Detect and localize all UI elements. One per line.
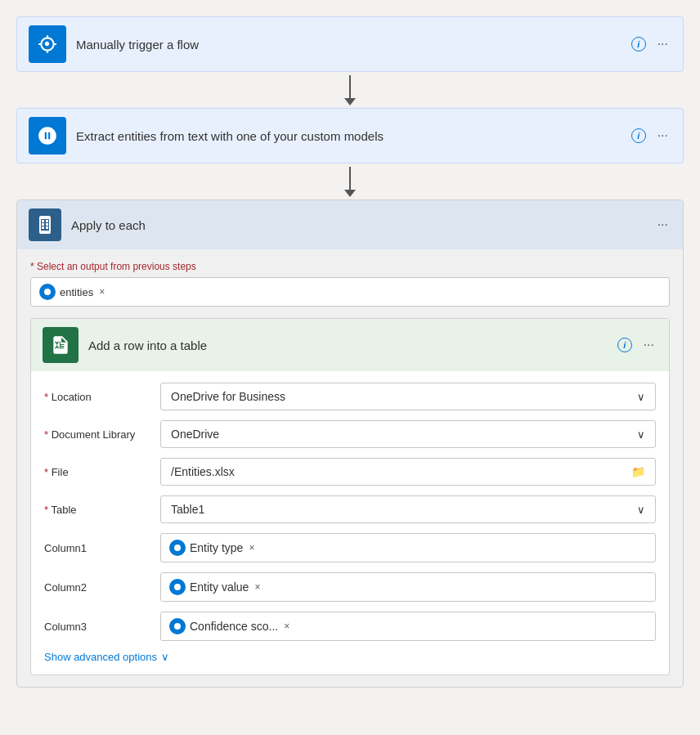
- trigger-title: Manually trigger a flow: [76, 38, 621, 52]
- column3-label: Column3: [44, 621, 150, 633]
- entities-tag-text: entities: [60, 286, 93, 298]
- column3-tag-field[interactable]: Confidence sco... ×: [160, 612, 656, 641]
- apply-each-icon: [29, 208, 61, 241]
- column3-control: Confidence sco... ×: [160, 612, 656, 641]
- svg-point-2: [174, 584, 181, 590]
- column2-tag-close[interactable]: ×: [254, 581, 260, 593]
- doc-library-row: * Document Library OneDrive ∨: [44, 420, 656, 448]
- apply-each-container: Apply to each ··· * Select an output fro…: [16, 199, 684, 688]
- table-value: Table1: [171, 503, 204, 516]
- svg-point-1: [174, 545, 181, 551]
- trigger-more-button[interactable]: ···: [654, 34, 671, 55]
- svg-point-0: [44, 289, 51, 295]
- trigger-icon: [29, 25, 66, 63]
- location-chevron-icon: ∨: [637, 391, 645, 403]
- column2-tag-icon: [169, 579, 186, 595]
- location-row: * Location OneDrive for Business ∨: [44, 383, 656, 410]
- connector-1: [344, 72, 356, 108]
- svg-point-3: [174, 623, 181, 630]
- column2-row: Column2 Entity value ×: [44, 572, 656, 602]
- connector-line-1: [349, 75, 351, 98]
- table-chevron-icon: ∨: [637, 504, 645, 516]
- column2-tag-field[interactable]: Entity value ×: [160, 572, 656, 602]
- location-label: * Location: [44, 391, 150, 403]
- doc-library-control: OneDrive ∨: [160, 420, 656, 448]
- location-dropdown[interactable]: OneDrive for Business ∨: [160, 383, 656, 410]
- column3-tag: Confidence sco... ×: [169, 618, 289, 634]
- file-row: * File /Entities.xlsx 📁: [44, 458, 656, 486]
- doc-library-label: * Document Library: [44, 428, 150, 441]
- table-row: * Table Table1 ∨: [44, 495, 656, 523]
- doc-library-dropdown[interactable]: OneDrive ∨: [160, 420, 656, 448]
- apply-each-body: * Select an output from previous steps e…: [17, 249, 683, 687]
- location-control: OneDrive for Business ∨: [160, 383, 656, 410]
- column1-tag-text: Entity type: [190, 541, 243, 554]
- extract-actions: i ···: [631, 125, 671, 146]
- column1-tag: Entity type ×: [169, 540, 254, 556]
- add-row-more-button[interactable]: ···: [640, 334, 657, 356]
- entities-tag: entities ×: [39, 284, 105, 300]
- add-row-title: Add a row into a table: [88, 338, 608, 352]
- column2-tag: Entity value ×: [169, 579, 260, 595]
- output-tag-input[interactable]: entities ×: [30, 277, 670, 307]
- apply-each-more-button[interactable]: ···: [654, 214, 671, 235]
- column2-control: Entity value ×: [160, 572, 656, 602]
- connector-2: [344, 164, 356, 199]
- column3-tag-text: Confidence sco...: [190, 620, 278, 633]
- column1-label: Column1: [44, 542, 150, 554]
- column3-tag-close[interactable]: ×: [284, 621, 289, 632]
- apply-each-title: Apply to each: [71, 218, 644, 232]
- file-control: /Entities.xlsx 📁: [160, 458, 656, 486]
- file-value: /Entities.xlsx: [171, 465, 235, 478]
- extract-step: Extract entities from text with one of y…: [16, 108, 684, 164]
- column1-tag-icon: [169, 540, 186, 556]
- column1-control: Entity type ×: [160, 533, 656, 562]
- column1-row: Column1 Entity type ×: [44, 533, 656, 562]
- show-advanced-chevron-icon: ∨: [161, 651, 169, 663]
- file-label: * File: [44, 466, 150, 478]
- doc-library-value: OneDrive: [171, 428, 219, 441]
- add-row-header: Add a row into a table i ···: [31, 319, 669, 371]
- trigger-help-icon[interactable]: i: [631, 37, 646, 52]
- connector-arrow-2: [344, 190, 356, 197]
- column1-tag-field[interactable]: Entity type ×: [160, 533, 656, 562]
- show-advanced-button[interactable]: Show advanced options ∨: [44, 651, 169, 663]
- location-value: OneDrive for Business: [171, 390, 285, 403]
- show-advanced-label: Show advanced options: [44, 651, 157, 663]
- add-row-help-icon[interactable]: i: [617, 338, 632, 352]
- extract-icon: [29, 117, 66, 155]
- column3-row: Column3 Confidence sco... ×: [44, 612, 656, 641]
- connector-line-2: [349, 167, 351, 190]
- file-field[interactable]: /Entities.xlsx 📁: [160, 458, 656, 486]
- trigger-actions: i ···: [631, 34, 671, 55]
- extract-title: Extract entities from text with one of y…: [76, 129, 621, 143]
- apply-each-header: Apply to each ···: [17, 200, 683, 249]
- column3-tag-icon: [169, 618, 186, 634]
- excel-icon: [43, 327, 79, 363]
- extract-more-button[interactable]: ···: [654, 125, 671, 146]
- output-label: * Select an output from previous steps: [30, 261, 670, 272]
- table-dropdown[interactable]: Table1 ∨: [160, 495, 656, 523]
- flow-canvas: Manually trigger a flow i ··· Extract en…: [16, 16, 684, 688]
- table-label: * Table: [44, 504, 150, 516]
- connector-arrow-1: [344, 98, 356, 105]
- entities-tag-icon: [39, 284, 56, 300]
- column2-tag-text: Entity value: [190, 580, 249, 594]
- doc-library-chevron-icon: ∨: [637, 428, 645, 441]
- table-control: Table1 ∨: [160, 495, 656, 523]
- add-row-card: Add a row into a table i ··· * Location …: [30, 318, 670, 675]
- add-row-actions: i ···: [617, 334, 657, 356]
- folder-icon: 📁: [631, 465, 645, 478]
- add-row-body: * Location OneDrive for Business ∨ * Doc…: [31, 371, 669, 674]
- extract-help-icon[interactable]: i: [631, 128, 646, 143]
- trigger-step: Manually trigger a flow i ···: [16, 16, 684, 72]
- column1-tag-close[interactable]: ×: [249, 542, 254, 553]
- column2-label: Column2: [44, 581, 150, 594]
- entities-tag-close[interactable]: ×: [99, 286, 105, 298]
